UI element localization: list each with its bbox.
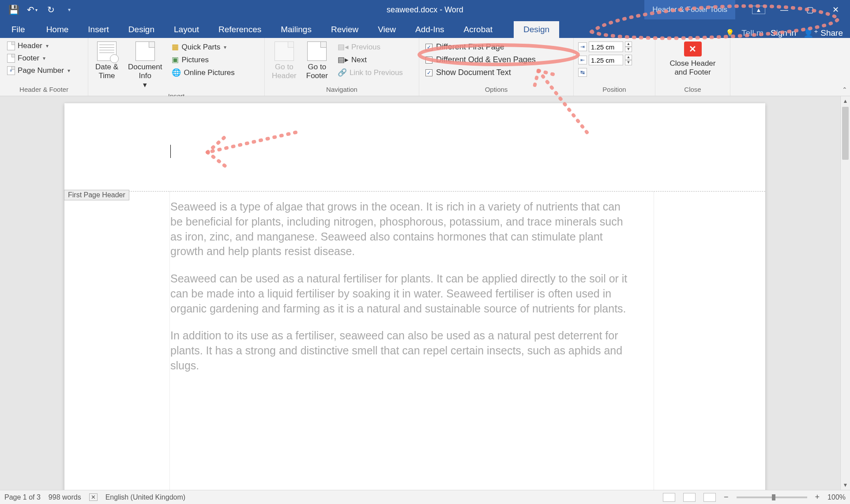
zoom-slider[interactable] <box>737 496 807 498</box>
maximize-button[interactable]: ▢ <box>803 5 816 15</box>
spin-up-icon[interactable]: ▲ <box>625 55 632 60</box>
online-pictures-icon: 🌐 <box>172 68 181 77</box>
goto-footer-icon <box>307 41 327 61</box>
footer-dropdown[interactable]: Footer▾ <box>4 53 83 64</box>
previous-icon: ▤◂ <box>338 42 349 52</box>
zoom-level[interactable]: 100% <box>827 493 846 501</box>
tab-references[interactable]: References <box>209 21 271 38</box>
header-dropdown[interactable]: Header▾ <box>4 41 83 51</box>
group-header-footer: Header▾ Footer▾ #Page Number▾ Header & F… <box>0 38 88 96</box>
margin-guide <box>169 192 170 490</box>
page[interactable]: First Page Header Seaweed is a type of a… <box>64 103 765 490</box>
tab-home[interactable]: Home <box>37 21 79 38</box>
share-button[interactable]: 👤⁺ Share <box>803 28 843 38</box>
group-close: ✕ Close Header and Footer Close <box>655 38 730 96</box>
collapse-ribbon-icon[interactable]: ⌃ <box>842 86 847 93</box>
close-header-footer-button[interactable]: ✕ Close Header and Footer <box>660 41 726 78</box>
page-icon <box>7 41 15 50</box>
tab-hf-design[interactable]: Design <box>514 21 559 38</box>
show-document-text-checkbox[interactable]: ✓Show Document Text <box>424 67 569 78</box>
tab-view[interactable]: View <box>368 21 406 38</box>
calendar-clock-icon <box>97 41 117 61</box>
spin-down-icon[interactable]: ▼ <box>625 47 632 52</box>
save-icon[interactable]: 💾 <box>6 3 21 16</box>
page-number-dropdown[interactable]: #Page Number▾ <box>4 65 83 76</box>
tab-layout[interactable]: Layout <box>164 21 209 38</box>
zoom-in-button[interactable]: + <box>815 493 820 502</box>
checkbox-unchecked-icon <box>425 56 433 64</box>
link-to-previous-button[interactable]: 🔗Link to Previous <box>335 67 406 78</box>
link-icon: 🔗 <box>338 68 347 77</box>
tab-file[interactable]: File <box>0 21 37 38</box>
ribbon-display-options-icon[interactable]: ▲ <box>752 6 765 14</box>
contextual-tab-label: Header & Footer Tools <box>644 0 735 19</box>
tab-insert[interactable]: Insert <box>78 21 119 38</box>
tell-me-box[interactable]: Tell m <box>741 28 763 38</box>
quick-access-toolbar: 💾 ↶▾ ↻ ▾ <box>0 3 77 16</box>
pictures-icon: ▣ <box>172 55 179 64</box>
goto-footer-button[interactable]: Go to Footer <box>304 41 331 82</box>
proofing-icon[interactable]: ✕ <box>89 493 98 501</box>
tab-acrobat[interactable]: Acrobat <box>454 21 502 38</box>
spin-down-icon[interactable]: ▼ <box>625 60 632 65</box>
goto-header-button[interactable]: Go to Header <box>269 41 299 82</box>
status-bar: Page 1 of 3 998 words ✕ English (United … <box>0 490 850 504</box>
tab-mailings[interactable]: Mailings <box>271 21 321 38</box>
web-layout-view-icon[interactable] <box>703 493 716 502</box>
tab-design[interactable]: Design <box>119 21 164 38</box>
lightbulb-icon: 💡 <box>726 29 734 37</box>
group-insert: Date & Time Document Info▾ ▦Quick Parts▾… <box>88 38 265 96</box>
date-time-button[interactable]: Date & Time <box>93 41 121 82</box>
margin-guide <box>654 192 654 490</box>
checkbox-checked-icon: ✓ <box>425 69 433 76</box>
previous-button[interactable]: ▤◂Previous <box>335 41 406 53</box>
text-cursor <box>170 145 171 158</box>
group-label: Close <box>660 84 726 95</box>
header-edit-area[interactable] <box>64 103 765 192</box>
vertical-scrollbar[interactable]: ▲ ▼ <box>840 96 850 490</box>
footer-from-bottom-spinner[interactable]: ⇤ ▲▼ <box>578 55 651 65</box>
footer-from-bottom-input[interactable] <box>589 55 623 65</box>
group-position: ⇥ ▲▼ ⇤ ▲▼ ↹ Position <box>574 38 655 96</box>
paragraph: Seaweed is a type of algae that grows in… <box>170 199 633 259</box>
tab-addins[interactable]: Add-Ins <box>406 21 454 38</box>
next-icon: ▤▸ <box>338 55 349 64</box>
checkbox-checked-icon: ✓ <box>425 44 433 51</box>
page-icon <box>7 54 15 63</box>
alignment-tab-icon: ↹ <box>578 68 587 77</box>
minimize-button[interactable]: — <box>778 5 791 15</box>
next-button[interactable]: ▤▸Next <box>335 54 406 65</box>
titlebar: 💾 ↶▾ ↻ ▾ seaweed.docx - Word Header & Fo… <box>0 0 850 19</box>
zoom-slider-knob[interactable] <box>772 494 775 500</box>
tab-review[interactable]: Review <box>321 21 368 38</box>
quick-parts-dropdown[interactable]: ▦Quick Parts▾ <box>169 41 237 53</box>
ribbon-tabs: File Home Insert Design Layout Reference… <box>0 19 850 38</box>
pictures-button[interactable]: ▣Pictures <box>169 54 237 65</box>
insert-alignment-tab-button[interactable]: ↹ <box>578 68 651 77</box>
page-indicator[interactable]: Page 1 of 3 <box>4 493 41 501</box>
group-label: Navigation <box>269 84 414 95</box>
read-mode-view-icon[interactable] <box>663 493 675 502</box>
scroll-up-icon[interactable]: ▲ <box>841 96 850 106</box>
word-count[interactable]: 998 words <box>49 493 81 501</box>
different-odd-even-checkbox[interactable]: Different Odd & Even Pages <box>424 54 569 65</box>
document-info-button[interactable]: Document Info▾ <box>125 41 165 90</box>
scroll-down-icon[interactable]: ▼ <box>841 480 850 490</box>
language-indicator[interactable]: English (United Kingdom) <box>105 493 185 501</box>
redo-icon[interactable]: ↻ <box>43 3 58 16</box>
page-number-icon: # <box>7 66 15 75</box>
share-icon: 👤⁺ <box>803 28 818 38</box>
header-from-top-spinner[interactable]: ⇥ ▲▼ <box>578 41 651 52</box>
different-first-page-checkbox[interactable]: ✓Different First Page <box>424 41 569 53</box>
print-layout-view-icon[interactable] <box>683 493 696 502</box>
close-window-button[interactable]: ✕ <box>829 5 842 15</box>
online-pictures-button[interactable]: 🌐Online Pictures <box>169 67 237 78</box>
spin-up-icon[interactable]: ▲ <box>625 41 632 47</box>
sign-in-link[interactable]: Sign in <box>771 28 796 38</box>
paragraph: In addition to its use as a fertiliser, … <box>170 328 633 373</box>
zoom-out-button[interactable]: − <box>724 493 729 502</box>
scroll-thumb[interactable] <box>842 107 849 160</box>
header-from-top-input[interactable] <box>589 41 623 52</box>
qat-customize-icon[interactable]: ▾ <box>62 3 77 16</box>
undo-icon[interactable]: ↶▾ <box>25 3 40 16</box>
